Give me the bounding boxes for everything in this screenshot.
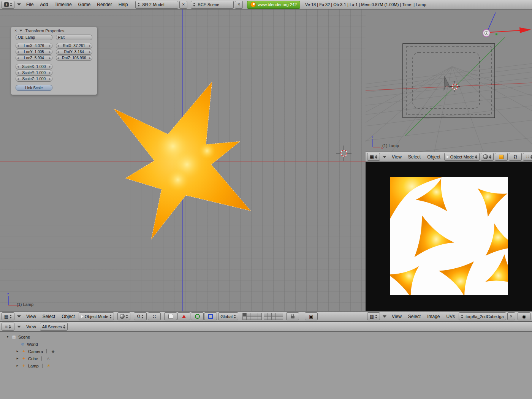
header-menu-collapse-icon[interactable]	[17, 315, 21, 318]
editor-type-button[interactable]: ▦	[367, 153, 380, 161]
scale-manipulator-button[interactable]	[204, 312, 217, 320]
menu-file[interactable]: File	[24, 2, 36, 7]
increment-icon[interactable]: ▸	[49, 44, 51, 48]
collapse-icon[interactable]: ▼	[6, 335, 11, 339]
increment-icon[interactable]: ▸	[49, 71, 51, 74]
blender-logo-icon	[250, 2, 256, 7]
image-unlink-button[interactable]: ×	[507, 312, 515, 320]
parent-field[interactable]: Par:	[56, 35, 93, 40]
outliner-row-cube[interactable]: ► + Cube △	[0, 355, 532, 362]
header-menu-collapse-icon[interactable]	[383, 156, 386, 158]
image-datablock-selector[interactable]: :torp6a_2ndCube.tga	[459, 312, 506, 320]
svg-text:z: z	[372, 135, 374, 139]
menu-view[interactable]: View	[389, 314, 404, 319]
image-pin-button[interactable]: ◉	[518, 312, 530, 320]
increment-icon[interactable]: ▸	[49, 65, 51, 68]
scalez-field[interactable]: ◂ScaleZ: 1.000▸	[16, 76, 52, 82]
increment-icon[interactable]: ▸	[49, 51, 51, 54]
outliner-scope-dropdown[interactable]: All Scenes	[40, 323, 68, 331]
editor-type-button[interactable]: ≡	[2, 323, 14, 331]
scene-delete-button[interactable]: ×	[235, 1, 243, 9]
locx-field[interactable]: ◂LocX: 4.076▸	[16, 43, 52, 49]
screen-selector[interactable]: SR:2-Model	[135, 1, 178, 9]
dropdown-arrows-icon	[489, 155, 491, 159]
pivot-dropdown[interactable]: Ω	[509, 153, 522, 161]
editor-type-button[interactable]: ▦	[2, 312, 14, 320]
menu-view[interactable]: View	[389, 154, 404, 160]
draw-type-dropdown[interactable]	[481, 153, 494, 161]
camera-viewport[interactable]: z x (1) Lamp	[366, 10, 532, 152]
outliner-row-scene[interactable]: ▼ ▤ Scene	[0, 333, 532, 340]
menu-view[interactable]: View	[24, 314, 39, 319]
menu-help[interactable]: Help	[116, 2, 131, 7]
dropdown-arrows-icon	[109, 315, 112, 318]
menu-uvs[interactable]: UVs	[444, 314, 458, 319]
expand-icon[interactable]: ►	[16, 357, 21, 360]
pivot-dropdown[interactable]: Ω	[134, 312, 147, 320]
orientation-dropdown[interactable]: Global	[218, 312, 238, 320]
texture-face-button[interactable]	[495, 153, 508, 161]
manipulator-toggle-button[interactable]	[164, 312, 177, 320]
header-menu-collapse-icon[interactable]	[383, 315, 386, 318]
window-type-button[interactable]: i	[2, 1, 14, 9]
pin-icon: ◉	[522, 314, 526, 319]
menu-object[interactable]: Object	[59, 314, 78, 319]
object-name-field[interactable]: OB: Lamp	[16, 35, 52, 40]
draw-type-dropdown[interactable]	[117, 312, 130, 320]
snap-dropdown[interactable]: ∷	[523, 153, 532, 161]
dropdown-arrows-icon	[9, 325, 11, 329]
panel-title[interactable]: Transform Properties	[25, 28, 64, 33]
collapse-icon[interactable]	[19, 30, 22, 32]
expand-icon[interactable]: ►	[16, 350, 21, 353]
3d-viewport[interactable]: z x (1) Lamp × Transform Properties OB: …	[0, 10, 366, 311]
menu-object[interactable]: Object	[424, 154, 443, 160]
screen-delete-button[interactable]: ×	[179, 1, 187, 9]
rotx-field[interactable]: ◂RotX: 37.261▸	[56, 43, 93, 49]
layer-toggle[interactable]	[258, 316, 262, 320]
menu-game[interactable]: Game	[76, 2, 93, 7]
menu-render[interactable]: Render	[94, 2, 114, 7]
uv-image-canvas[interactable]	[390, 177, 508, 295]
locy-field[interactable]: ◂LocY: 1.005▸	[16, 49, 52, 55]
mode-dropdown[interactable]: Object Mode	[79, 312, 114, 320]
header-collapse-icon[interactable]	[17, 3, 21, 6]
scaley-field[interactable]: ◂ScaleY: 1.000▸	[16, 70, 52, 76]
snap-dropdown[interactable]: ∷	[148, 312, 161, 320]
outliner-row-lamp[interactable]: ► + Lamp ☀	[0, 362, 532, 369]
expand-icon[interactable]: ►	[16, 364, 21, 367]
menu-add[interactable]: Add	[37, 2, 51, 7]
increment-icon[interactable]: ▸	[49, 57, 51, 60]
increment-icon[interactable]: ▸	[89, 51, 91, 54]
translate-manipulator-button[interactable]	[177, 312, 190, 320]
lock-button[interactable]	[286, 312, 299, 320]
layer-toggle[interactable]	[279, 316, 283, 320]
rotate-manipulator-button[interactable]	[191, 312, 204, 320]
scalex-field[interactable]: ◂ScaleX: 1.000▸	[16, 64, 52, 70]
link-scale-button[interactable]: Link Scale	[16, 85, 52, 91]
scene-statistics: Ve:18 | Fa:32 | Ob:3-1 | La:1 | Mem:0.87…	[305, 2, 426, 7]
increment-icon[interactable]: ▸	[89, 44, 91, 48]
menu-select[interactable]: Select	[405, 314, 423, 319]
locz-field[interactable]: ◂LocZ: 5.904▸	[16, 55, 52, 61]
menu-timeline[interactable]: Timeline	[52, 2, 74, 7]
scene-selector[interactable]: SCE:Scene	[191, 1, 234, 9]
cube-icon	[499, 155, 504, 159]
editor-type-button[interactable]: ▨	[367, 312, 380, 320]
object-icon: +	[21, 350, 27, 353]
roty-field[interactable]: ◂RotY: 3.164▸	[56, 49, 93, 55]
close-icon[interactable]: ×	[14, 28, 17, 33]
header-menu-collapse-icon[interactable]	[17, 326, 21, 328]
menu-select[interactable]: Select	[405, 154, 423, 160]
outliner-row-world[interactable]: ⊕ World	[0, 340, 532, 348]
outliner-row-camera[interactable]: ► + Camera ◆	[0, 348, 532, 355]
increment-icon[interactable]: ▸	[89, 57, 91, 60]
menu-image[interactable]: Image	[424, 314, 442, 319]
menu-view[interactable]: View	[24, 324, 39, 329]
mode-dropdown[interactable]: Object Mode	[444, 153, 480, 161]
render-preview-button[interactable]: ▣	[305, 312, 318, 320]
rotz-field[interactable]: ◂RotZ: 106.936▸	[56, 55, 93, 61]
menu-select[interactable]: Select	[40, 314, 58, 319]
increment-icon[interactable]: ▸	[49, 78, 51, 81]
uv-image-editor[interactable]	[366, 162, 532, 311]
blender-website-button[interactable]: www.blender.org 242	[247, 1, 300, 9]
